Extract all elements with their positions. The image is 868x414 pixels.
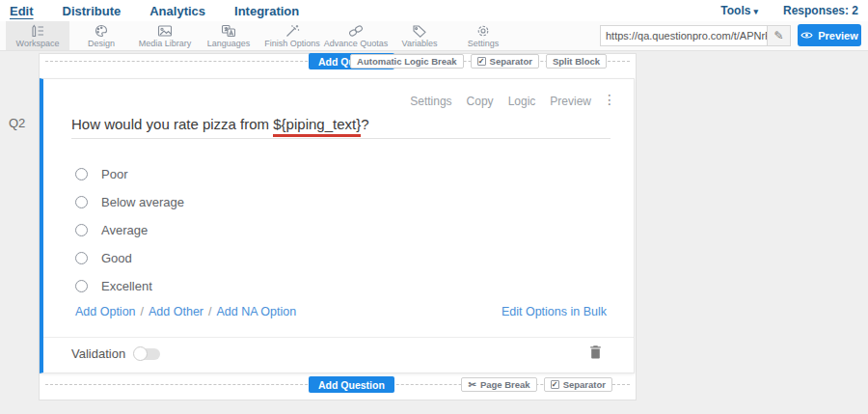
- separator-toggle-top[interactable]: ✓ Separator: [471, 54, 539, 69]
- radio-icon[interactable]: [75, 196, 88, 208]
- more-options-icon[interactable]: ⋮: [603, 92, 616, 107]
- tools-menu[interactable]: Tools▾: [720, 4, 758, 17]
- option-row[interactable]: Good: [75, 244, 184, 272]
- answer-options-list: Poor Below average Average Good Excellen…: [75, 160, 184, 300]
- survey-editor-window: Edit Distribute Analytics Integration To…: [0, 0, 868, 414]
- bottom-insert-bar: Add Question ✂ Page Break ✓ Separator: [40, 376, 636, 395]
- nav-tab-edit[interactable]: Edit: [10, 4, 34, 18]
- question-logic-button[interactable]: Logic: [508, 95, 536, 108]
- chevron-down-icon: ▾: [753, 7, 758, 16]
- question-text-suffix: ?: [361, 116, 368, 132]
- survey-block-canvas: Add Question Automatic Logic Break ✓ Sep…: [39, 53, 637, 400]
- wand-icon: [285, 24, 300, 38]
- validation-control: Validation: [71, 346, 160, 361]
- scissors-icon: ✂: [468, 379, 475, 390]
- toolbar-tab-finish-options[interactable]: Finish Options: [260, 21, 324, 50]
- toolbar-tab-variables[interactable]: Variables: [388, 21, 451, 50]
- option-row[interactable]: Excellent: [75, 272, 184, 300]
- responses-count[interactable]: Responses: 2: [783, 4, 858, 17]
- nav-tab-distribute[interactable]: Distribute: [63, 4, 122, 18]
- survey-url-box: https://qa.questionpro.com/t/APNrFZgR ✎: [600, 25, 791, 46]
- option-label[interactable]: Below average: [101, 195, 184, 209]
- radio-icon[interactable]: [75, 280, 88, 292]
- option-label[interactable]: Good: [101, 251, 132, 265]
- preview-button[interactable]: Preview: [798, 24, 861, 46]
- link-separator: /: [208, 305, 211, 318]
- option-row[interactable]: Below average: [75, 188, 184, 216]
- piping-token[interactable]: ${piping_text}: [273, 116, 361, 137]
- top-nav: Edit Distribute Analytics Integration To…: [0, 0, 868, 21]
- edit-url-button[interactable]: ✎: [767, 26, 790, 45]
- radio-icon[interactable]: [75, 168, 88, 180]
- validation-label: Validation: [71, 346, 125, 361]
- survey-url-input[interactable]: https://qa.questionpro.com/t/APNrFZgR: [601, 30, 767, 41]
- option-row[interactable]: Poor: [75, 160, 184, 188]
- nav-tab-integration[interactable]: Integration: [234, 4, 299, 18]
- radio-icon[interactable]: [75, 224, 88, 236]
- add-option-links: Add Option / Add Other / Add NA Option: [75, 305, 296, 318]
- translate-icon: [221, 24, 236, 38]
- question-card-menu: Settings Copy Logic Preview: [410, 95, 591, 108]
- question-preview-button[interactable]: Preview: [550, 95, 591, 108]
- toolbar-tab-settings[interactable]: Settings: [451, 21, 515, 50]
- palette-icon: [94, 24, 109, 38]
- question-text: How would you rate pizza from: [71, 116, 273, 132]
- workspace-icon: [30, 24, 45, 38]
- top-insert-bar: Add Question Automatic Logic Break ✓ Sep…: [40, 53, 636, 71]
- add-option-link[interactable]: Add Option: [75, 305, 136, 318]
- tag-icon: [412, 24, 427, 38]
- question-copy-button[interactable]: Copy: [467, 95, 494, 108]
- card-footer-divider: [43, 337, 634, 338]
- option-label[interactable]: Excellent: [101, 279, 152, 293]
- question-number-label: Q2: [9, 116, 25, 130]
- checkbox-checked-icon: ✓: [477, 57, 486, 66]
- question-card: Settings Copy Logic Preview ⋮ How would …: [40, 78, 635, 373]
- toolbar-tab-workspace[interactable]: Workspace: [6, 21, 69, 50]
- edit-options-in-bulk-link[interactable]: Edit Options in Bulk: [502, 305, 607, 318]
- pencil-icon: ✎: [773, 29, 783, 42]
- nav-tab-analytics[interactable]: Analytics: [149, 4, 205, 18]
- question-text-input[interactable]: How would you rate pizza from ${piping_t…: [71, 116, 610, 139]
- add-other-link[interactable]: Add Other: [149, 305, 203, 318]
- radio-icon[interactable]: [75, 252, 88, 264]
- trash-icon: [589, 345, 602, 362]
- option-label[interactable]: Average: [101, 223, 148, 237]
- image-icon: [157, 24, 173, 38]
- toolbar-tab-media-library[interactable]: Media Library: [133, 21, 197, 50]
- automatic-logic-break-button[interactable]: Automatic Logic Break: [350, 54, 463, 69]
- toolbar-tab-advance-quotas[interactable]: Advance Quotas: [324, 21, 388, 50]
- toggle-knob: [133, 346, 148, 361]
- checkbox-checked-icon: ✓: [551, 380, 559, 389]
- chain-icon: [348, 24, 364, 38]
- gear-icon: [475, 24, 491, 38]
- delete-question-button[interactable]: [589, 345, 602, 363]
- add-na-option-link[interactable]: Add NA Option: [217, 305, 297, 318]
- separator-toggle-bottom[interactable]: ✓ Separator: [544, 377, 612, 392]
- question-settings-button[interactable]: Settings: [410, 95, 451, 108]
- toolbar-tab-languages[interactable]: Languages: [197, 21, 260, 50]
- add-question-button-bottom[interactable]: Add Question: [309, 376, 394, 393]
- toolbar-tab-design[interactable]: Design: [69, 21, 133, 50]
- split-block-button[interactable]: Split Block: [546, 54, 607, 69]
- eye-icon: [800, 30, 813, 41]
- option-row[interactable]: Average: [75, 216, 184, 244]
- page-break-button[interactable]: ✂ Page Break: [461, 377, 536, 392]
- validation-toggle[interactable]: [134, 348, 160, 360]
- link-separator: /: [141, 305, 144, 318]
- option-label[interactable]: Poor: [101, 167, 127, 181]
- top-nav-right: Tools▾ Responses: 2: [720, 4, 858, 17]
